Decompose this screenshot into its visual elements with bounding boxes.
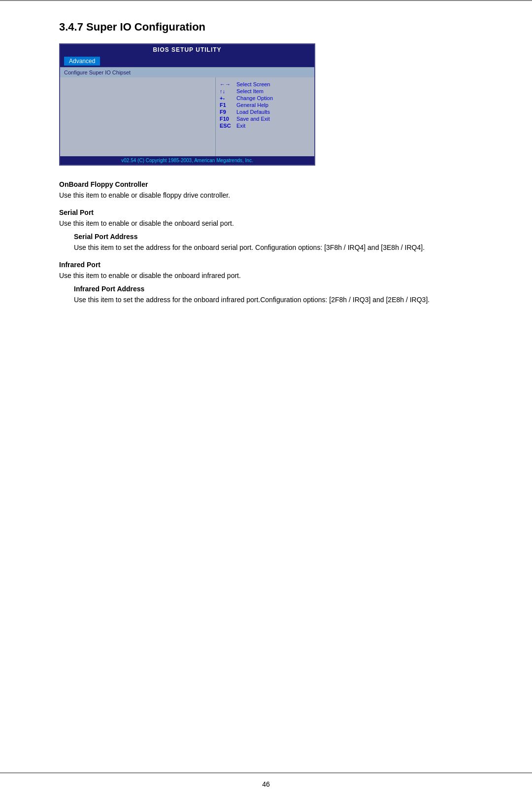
bios-content-row: Configure Super IO Chipset: [60, 67, 314, 77]
key-desc-change-option: Change Option: [236, 95, 273, 101]
bios-screenshot: BIOS SETUP UTILITY Advanced Configure Su…: [59, 43, 315, 166]
key-plusminus: +-: [220, 95, 233, 101]
bottom-border: [0, 772, 532, 773]
bios-footer-text: v02.54 (C) Copyright 1985-2003, American…: [121, 158, 253, 163]
desc-title-infrared-port-address: Infrared Port Address: [74, 285, 473, 293]
desc-text-serial-port: Use this item to enable or disable the o…: [59, 218, 473, 229]
bios-footer: v02.54 (C) Copyright 1985-2003, American…: [60, 156, 314, 165]
bios-nav-bar: Advanced: [60, 55, 314, 67]
desc-title-infrared-port: Infrared Port: [59, 261, 473, 269]
page-number: 46: [0, 780, 532, 788]
desc-text-serial-port-address: Use this item to set the address for the…: [74, 243, 473, 253]
bios-title-text: BIOS SETUP UTILITY: [153, 46, 221, 53]
key-desc-f10: Save and Exit: [236, 116, 270, 122]
key-esc: ESC: [220, 123, 233, 129]
key-row-f10: F10 Save and Exit: [220, 116, 310, 122]
section-title-text: Super IO Configuration: [86, 21, 205, 33]
key-row-f1: F1 General Help: [220, 102, 310, 108]
key-desc-select-screen: Select Screen: [236, 81, 270, 87]
key-desc-esc: Exit: [236, 123, 245, 129]
key-row-esc: ESC Exit: [220, 123, 310, 129]
desc-title-serial-port: Serial Port: [59, 208, 473, 216]
bios-content-row-text: Configure Super IO Chipset: [64, 69, 131, 75]
key-desc-select-item: Select Item: [236, 88, 264, 94]
key-row-f9: F9 Load Defaults: [220, 109, 310, 115]
bios-right-panel: ←→ Select Screen ↑↓ Select Item +- Chang…: [216, 77, 314, 156]
desc-text-infrared-port-address: Use this item to set the address for the…: [74, 295, 473, 305]
key-row-change-option: +- Change Option: [220, 95, 310, 101]
key-f1: F1: [220, 102, 233, 108]
desc-section-infrared-port: Infrared Port Use this item to enable or…: [59, 261, 473, 305]
desc-text-infrared-port: Use this item to enable or disable the o…: [59, 271, 473, 281]
key-row-select-item: ↑↓ Select Item: [220, 88, 310, 94]
page-container: 3.4.7 Super IO Configuration BIOS SETUP …: [0, 0, 532, 798]
key-desc-f9: Load Defaults: [236, 109, 270, 115]
bios-nav-tab-advanced[interactable]: Advanced: [64, 57, 100, 66]
key-f10: F10: [220, 116, 233, 122]
bios-title-bar: BIOS SETUP UTILITY: [60, 44, 314, 55]
desc-section-onboard-floppy: OnBoard Floppy Controller Use this item …: [59, 180, 473, 201]
bios-main-area: ←→ Select Screen ↑↓ Select Item +- Chang…: [60, 77, 314, 156]
key-desc-f1: General Help: [236, 102, 268, 108]
desc-title-onboard-floppy: OnBoard Floppy Controller: [59, 180, 473, 188]
bios-left-panel: [60, 77, 216, 156]
desc-section-serial-port: Serial Port Use this item to enable or d…: [59, 208, 473, 253]
key-arrows: ←→: [220, 81, 233, 87]
section-title: 3.4.7 Super IO Configuration: [59, 21, 473, 34]
section-number: 3.4.7: [59, 21, 83, 33]
key-updown: ↑↓: [220, 88, 233, 94]
desc-text-onboard-floppy: Use this item to enable or disable flopp…: [59, 190, 473, 201]
key-row-select-screen: ←→ Select Screen: [220, 81, 310, 87]
content-area: 3.4.7 Super IO Configuration BIOS SETUP …: [0, 1, 532, 343]
key-f9: F9: [220, 109, 233, 115]
bios-nav-tab-label: Advanced: [69, 58, 95, 65]
desc-title-serial-port-address: Serial Port Address: [74, 233, 473, 241]
